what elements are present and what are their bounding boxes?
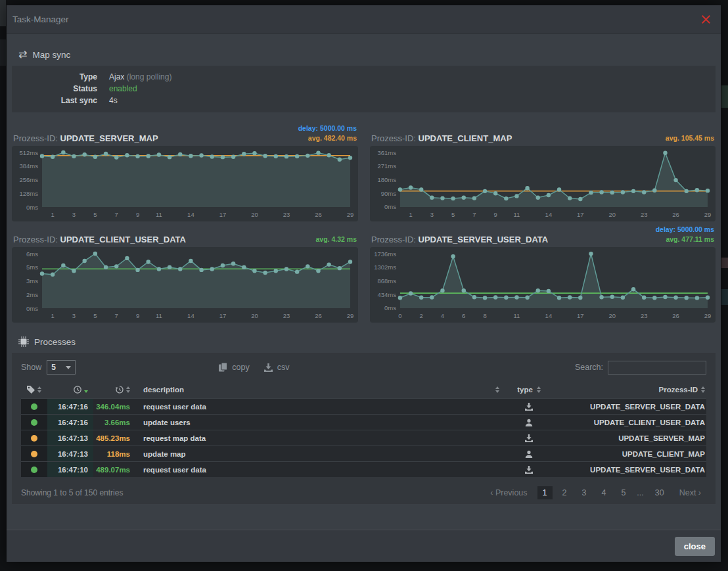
type-note: (long polling) (127, 72, 172, 81)
svg-text:26: 26 (315, 312, 322, 319)
svg-text:1736ms: 1736ms (374, 250, 396, 258)
svg-text:26: 26 (315, 211, 322, 218)
svg-text:29: 29 (347, 312, 354, 319)
chart-title: Prozess-ID: UPDATE_SERVER_MAP (13, 133, 158, 143)
charts-grid: Prozess-ID: UPDATE_SERVER_MAP delay: 500… (12, 120, 716, 323)
column-header-time[interactable] (47, 386, 93, 394)
svg-text:14: 14 (545, 211, 553, 218)
table-row[interactable]: 16:47:16 3.66ms update users UPDATE_CLIE… (21, 414, 706, 430)
status-value: enabled (109, 83, 137, 95)
pagination-page-2[interactable]: 2 (557, 486, 572, 499)
table-row[interactable]: 16:47:13 485.23ms request map data UPDAT… (21, 430, 706, 445)
table-footer: Showing 1 to 5 of 150 entries ‹ Previous… (21, 486, 706, 499)
svg-text:256ms: 256ms (19, 176, 38, 183)
svg-text:0: 0 (398, 312, 401, 319)
column-header-type[interactable]: type (506, 386, 552, 394)
processes-heading: Processes (18, 336, 716, 347)
time-cell: 16:47:13 (47, 446, 93, 461)
search-group: Search: (575, 361, 706, 375)
svg-text:1: 1 (51, 211, 55, 218)
background-sliver (721, 258, 728, 268)
table-row[interactable]: 16:47:16 346.04ms request user data UPDA… (21, 398, 706, 414)
chart-plot-area: 0ms434ms868ms1302ms1736ms024681114172023… (370, 247, 716, 323)
column-header-description[interactable]: description (135, 386, 506, 394)
pagination-page-5[interactable]: 5 (616, 486, 631, 499)
svg-text:7: 7 (115, 312, 118, 319)
description-cell: update map (135, 446, 506, 461)
pagination: ‹ Previous12345...30Next › (485, 486, 706, 499)
user-icon (525, 419, 533, 426)
time-cell: 16:47:16 (47, 415, 93, 430)
process-id-cell: UPDATE_CLIENT_USER_DATA (552, 415, 706, 430)
svg-text:5: 5 (451, 211, 455, 218)
svg-text:5: 5 (93, 211, 97, 218)
page-size-group: Show 5 (21, 360, 76, 375)
svg-text:17: 17 (219, 312, 227, 319)
close-icon[interactable] (700, 14, 712, 26)
map-sync-lastsync-row: Last sync 4s (12, 95, 716, 106)
chart-header: Prozess-ID: UPDATE_CLIENT_USER_DATA avg.… (12, 221, 358, 247)
table-row[interactable]: 16:47:13 118ms update map UPDATE_CLIENT_… (21, 445, 706, 461)
sort-icon (701, 386, 705, 393)
column-header-duration[interactable] (93, 386, 135, 394)
chart-header: Prozess-ID: UPDATE_CLIENT_MAP avg. 105.4… (370, 120, 716, 146)
chart-avg-value: avg. 477.11 ms (656, 235, 714, 244)
chart-header: Prozess-ID: UPDATE_SERVER_USER_DATA dela… (370, 221, 716, 247)
column-header-status[interactable] (21, 386, 47, 394)
svg-text:9: 9 (136, 211, 139, 218)
status-cell (21, 399, 47, 414)
svg-text:0ms: 0ms (384, 304, 396, 311)
processes-heading-label: Processes (34, 337, 76, 347)
chart-avg-value: avg. 4.32 ms (316, 235, 357, 244)
svg-text:128ms: 128ms (19, 190, 38, 197)
entries-info: Showing 1 to 5 of 150 entries (21, 488, 123, 497)
chart-process-name: UPDATE_SERVER_USER_DATA (419, 235, 549, 244)
copy-button[interactable]: copy (219, 363, 249, 372)
chart-stats: avg. 105.45 ms (666, 133, 714, 143)
csv-button[interactable]: csv (264, 363, 290, 372)
time-cell: 16:47:13 (47, 430, 93, 445)
duration-cell: 118ms (93, 446, 135, 461)
type-cell (506, 462, 552, 477)
chart-delay-value: delay: 5000.00 ms (656, 225, 714, 235)
close-button[interactable]: close (675, 537, 715, 556)
column-header-process-id[interactable]: Prozess-ID (552, 386, 706, 394)
chart-avg-value: avg. 105.45 ms (666, 133, 714, 143)
chart-title-prefix: Prozess-ID: (13, 235, 58, 244)
svg-text:29: 29 (704, 211, 712, 218)
tag-icon (27, 386, 35, 394)
pagination-previous[interactable]: ‹ Previous (485, 486, 532, 499)
pagination-page-4[interactable]: 4 (596, 486, 611, 499)
svg-text:90ms: 90ms (381, 190, 396, 197)
svg-text:20: 20 (608, 211, 616, 218)
svg-text:0ms: 0ms (26, 204, 38, 211)
page-size-select[interactable]: 5 (47, 360, 76, 375)
svg-text:384ms: 384ms (19, 162, 38, 170)
pagination-page-3[interactable]: 3 (576, 486, 591, 499)
pagination-ellipsis: ... (635, 486, 645, 499)
search-input[interactable] (608, 361, 706, 375)
svg-text:271ms: 271ms (378, 162, 397, 170)
description-cell: request user data (135, 462, 506, 477)
show-label: Show (21, 363, 41, 372)
chart-process-name: UPDATE_SERVER_MAP (60, 133, 158, 143)
duration-cell: 485.23ms (93, 430, 135, 445)
status-dot (31, 419, 37, 426)
svg-text:23: 23 (641, 211, 648, 218)
pagination-next[interactable]: Next › (674, 486, 706, 499)
chart-title-prefix: Prozess-ID: (371, 133, 416, 143)
task-manager-modal: Task-Manager ⇄ Map sync Type Ajax (long … (7, 5, 721, 562)
table-row[interactable]: 16:47:10 489.07ms request user data UPDA… (21, 461, 706, 477)
svg-text:11: 11 (156, 211, 162, 218)
time-cell: 16:47:10 (47, 462, 93, 477)
chart-title-prefix: Prozess-ID: (13, 133, 58, 143)
process-id-cell: UPDATE_CLIENT_MAP (552, 446, 706, 461)
svg-text:20: 20 (251, 312, 258, 319)
pagination-page-30[interactable]: 30 (650, 486, 670, 499)
last-sync-value: 4s (109, 95, 118, 106)
type-cell (506, 399, 552, 414)
description-cell: request map data (135, 430, 506, 445)
pagination-page-1[interactable]: 1 (537, 486, 553, 499)
clock-icon (74, 386, 81, 394)
svg-text:23: 23 (283, 211, 290, 218)
